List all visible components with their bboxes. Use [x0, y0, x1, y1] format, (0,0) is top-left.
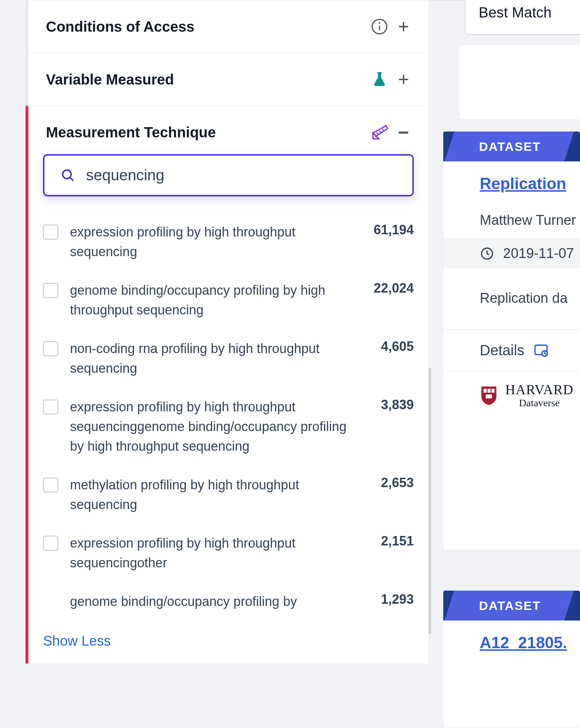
checkbox[interactable]: [43, 224, 58, 240]
facet-list: expression profiling by high throughput …: [43, 213, 414, 611]
details-icon: [533, 343, 549, 359]
svg-point-2: [379, 22, 380, 24]
facet-search-input[interactable]: [86, 167, 396, 184]
facet-label: genome binding/occupancy profiling by: [70, 592, 358, 611]
filter-title: Variable Measured: [46, 71, 174, 88]
facet-label: methylation profiling by high throughput…: [70, 475, 358, 514]
result-card: DATASET Replication Matthew Turner 2019-…: [443, 131, 580, 550]
filter-header-variable[interactable]: Variable Measured +: [28, 53, 428, 106]
filter-panel: Conditions of Access + Variable Measured: [26, 0, 428, 664]
facet-option[interactable]: genome binding/occupancy profiling by 1,…: [43, 582, 414, 611]
facet-search-box[interactable]: [43, 154, 414, 196]
collapse-icon[interactable]: −: [396, 123, 411, 142]
facet-count: 22,024: [370, 281, 414, 296]
result-description: Replication da: [480, 290, 580, 306]
facet-label: non-coding rna profiling by high through…: [70, 339, 358, 378]
facet-count: 61,194: [370, 222, 414, 238]
facet-option[interactable]: non-coding rna profiling by high through…: [43, 329, 414, 388]
svg-rect-12: [484, 389, 487, 393]
svg-line-5: [382, 129, 384, 131]
result-type-badge: DATASET: [479, 132, 541, 161]
filter-title: Conditions of Access: [46, 19, 194, 35]
result-provider: HARVARD Dataverse: [443, 371, 580, 420]
filter-header-technique[interactable]: Measurement Technique −: [28, 106, 428, 154]
checkbox[interactable]: [43, 341, 58, 356]
result-date: 2019-11-07: [503, 246, 574, 261]
provider-sub: Dataverse: [505, 398, 573, 409]
clock-icon: [480, 246, 494, 261]
svg-point-6: [63, 170, 71, 179]
result-card: DATASET A12_21805.: [443, 590, 580, 728]
facet-label: expression profiling by high throughput …: [70, 533, 358, 573]
facet-count: 1,293: [370, 592, 414, 607]
checkbox[interactable]: [43, 536, 58, 551]
facet-option[interactable]: expression profiling by high throughput …: [43, 524, 414, 582]
flask-icon: [371, 71, 388, 88]
facet-count: 2,653: [370, 475, 414, 490]
filter-section-variable: Variable Measured +: [26, 53, 428, 106]
facet-label: expression profiling by high throughput …: [70, 397, 358, 456]
result-type-badge: DATASET: [479, 591, 541, 621]
result-card-placeholder: [459, 44, 580, 120]
facet-search-wrap: [43, 154, 414, 196]
harvard-shield-icon: [480, 385, 498, 406]
result-title-link[interactable]: A12_21805.: [480, 634, 567, 651]
filter-title: Measurement Technique: [46, 124, 216, 141]
sort-select[interactable]: Best Match: [465, 0, 580, 35]
facet-option[interactable]: expression profiling by high throughput …: [43, 213, 414, 271]
show-less-link[interactable]: Show Less: [43, 611, 111, 664]
checkbox[interactable]: [43, 399, 58, 415]
ruler-icon: [371, 124, 388, 141]
svg-rect-15: [486, 395, 492, 399]
svg-rect-14: [491, 389, 494, 393]
checkbox[interactable]: [43, 477, 58, 493]
facet-option[interactable]: genome binding/occupancy profiling by hi…: [43, 271, 414, 329]
filter-header-actions: +: [371, 17, 411, 36]
filter-section-conditions: Conditions of Access +: [26, 0, 428, 53]
facet-count: 2,151: [370, 533, 414, 549]
svg-line-4: [379, 131, 381, 133]
expand-icon[interactable]: +: [396, 70, 411, 89]
expand-icon[interactable]: +: [396, 17, 411, 36]
provider-name: HARVARD: [505, 382, 573, 398]
scrollbar[interactable]: [428, 368, 431, 634]
result-type-ribbon: DATASET: [443, 132, 580, 161]
result-title-link[interactable]: Replication: [480, 175, 566, 192]
result-details-row[interactable]: Details: [443, 329, 580, 371]
svg-line-7: [70, 178, 73, 181]
facet-count: 4,605: [370, 339, 414, 354]
filter-header-actions: −: [371, 123, 411, 142]
facet-option[interactable]: methylation profiling by high throughput…: [43, 466, 414, 524]
facet-label: expression profiling by high throughput …: [70, 222, 358, 262]
facet-count: 3,839: [370, 397, 414, 412]
info-icon: [371, 18, 388, 35]
facet-option[interactable]: expression profiling by high throughput …: [43, 388, 414, 466]
result-date-row: 2019-11-07: [443, 238, 580, 269]
svg-line-3: [377, 132, 378, 134]
result-author: Matthew Turner: [480, 212, 580, 228]
facet-label: genome binding/occupancy profiling by hi…: [70, 281, 358, 320]
result-type-ribbon: DATASET: [443, 591, 580, 621]
filter-section-technique: Measurement Technique −: [26, 106, 428, 664]
filter-header-conditions[interactable]: Conditions of Access +: [28, 0, 428, 53]
svg-rect-13: [487, 389, 490, 393]
checkbox[interactable]: [43, 283, 58, 298]
sort-label: Best Match: [479, 4, 552, 21]
search-icon: [61, 168, 75, 183]
filter-body-technique: expression profiling by high throughput …: [28, 154, 428, 664]
details-label: Details: [480, 342, 524, 359]
filter-header-actions: +: [371, 70, 411, 89]
